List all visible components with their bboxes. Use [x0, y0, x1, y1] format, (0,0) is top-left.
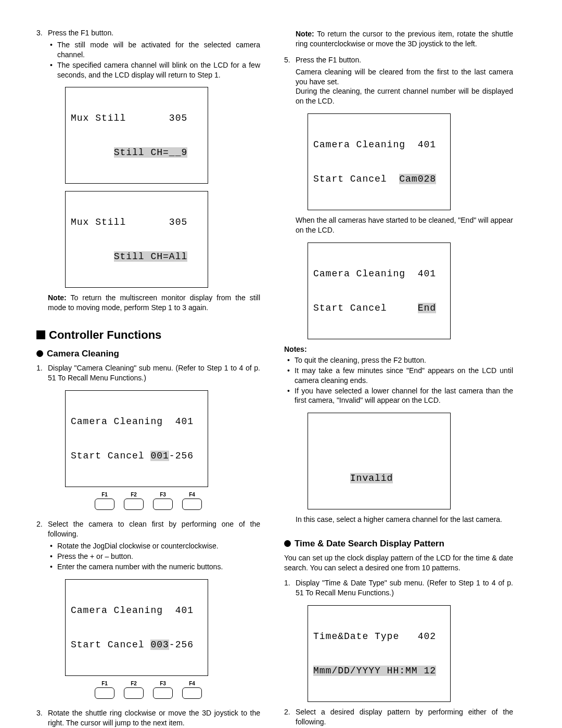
section-controller-functions: Controller Functions — [36, 327, 260, 343]
lcd-row: Mux Still 305 — [71, 216, 202, 228]
step-3: 3. Press the F1 button. — [36, 28, 260, 38]
cc-step-5-p2: During the cleaning, the current channel… — [296, 86, 513, 106]
cc-step-5: 5. Press the F1 button. — [284, 55, 513, 65]
note-text: To return the multiscreen monitor displa… — [48, 293, 260, 312]
step-3-text: Press the F1 button. — [48, 28, 260, 38]
note-label: Note: — [48, 293, 67, 302]
step-3-num: 3. — [36, 28, 48, 38]
notes-item: If you have selected a lower channel for… — [287, 386, 513, 406]
fkey-label: F1 — [101, 491, 108, 499]
lcd-cc-1: Camera Cleaning 401 Start Cancel 001-256 — [65, 390, 208, 487]
fkey-button-icon — [95, 499, 114, 510]
fkey-label: F3 — [160, 491, 166, 499]
step-3-bullets: The still mode will be activated for the… — [36, 40, 260, 80]
invalid-tail: In this case, select a higher camera cha… — [296, 515, 513, 525]
note-cursor-prev: Note: To return the cursor to the previo… — [296, 29, 513, 49]
fkey-button-icon — [153, 687, 173, 699]
notes-item: To quit the cleaning, press the F2 butto… — [287, 355, 513, 365]
lcd-invalid: Invalid — [308, 413, 451, 509]
lcd-highlight: Still CH=__9 — [114, 147, 188, 158]
lcd-cc-2: Camera Cleaning 401 Start Cancel 003-256 — [65, 579, 208, 676]
cc-step-2-bullets: Rotate the JogDial clockwise or counterc… — [36, 541, 260, 572]
fkey-button-icon — [153, 499, 173, 510]
cc-step-1: 1. Display "Camera Cleaning" sub menu. (… — [36, 363, 260, 383]
lcd-cc-b: Camera Cleaning 401 Start Cancel End — [308, 242, 451, 339]
fkey-button-icon — [182, 499, 202, 510]
subsection-time-date: Time & Date Search Display Pattern — [284, 538, 513, 550]
step-3-b2: The specified camera channel will blink … — [50, 60, 260, 80]
lcd-row: Still CH=All — [71, 251, 202, 262]
fkey-button-icon — [124, 687, 144, 699]
cc-end-text: When the all cameras have started to be … — [296, 215, 513, 235]
td-intro: You can set up the clock display pattern… — [284, 553, 513, 573]
notes-item: It may take a few minutes since "End" ap… — [287, 366, 513, 386]
fkey-button-icon — [95, 687, 114, 699]
lcd-highlight: Still CH=All — [114, 251, 188, 262]
lcd-cc-a: Camera Cleaning 401 Start Cancel Cam028 — [308, 113, 451, 210]
step-3-b1: The still mode will be activated for the… — [50, 40, 260, 60]
cc-step-5-p1: Camera cleaning will be cleared from the… — [296, 67, 513, 87]
lcd-td-1: Time&Date Type 402 Mmm/DD/YYYY HH:MM 12 — [308, 605, 451, 702]
lcd-mux-still-2: Mux Still 305 Still CH=All — [65, 191, 208, 288]
td-step-2: 2. Select a desired display pattern by p… — [284, 707, 513, 727]
lcd-row: Still CH=__9 — [71, 147, 202, 158]
cc-step-3: 3. Rotate the shuttle ring clockwise or … — [36, 708, 260, 728]
lcd-row: Mux Still 305 — [71, 112, 202, 124]
td-step-1: 1. Display "Time & Date Type" sub menu. … — [284, 578, 513, 598]
lcd-mux-still-1: Mux Still 305 Still CH=__9 — [65, 87, 208, 184]
fkeys-row: F1 F2 F3 F4 — [36, 491, 260, 510]
subsection-camera-cleaning: Camera Cleaning — [36, 348, 260, 360]
notes-list: To quit the cleaning, press the F2 butto… — [284, 355, 513, 405]
fkey-button-icon — [124, 499, 144, 510]
fkey-label: F4 — [189, 491, 195, 499]
note-multiscreen: Note: To return the multiscreen monitor … — [48, 293, 260, 313]
fkey-label: F2 — [131, 491, 137, 499]
fkey-button-icon — [182, 687, 202, 699]
cc-step-2: 2. Select the camera to clean first by p… — [36, 519, 260, 539]
notes-header: Notes: — [284, 344, 513, 354]
fkeys-row: F1 F2 F3 F4 — [36, 680, 260, 699]
